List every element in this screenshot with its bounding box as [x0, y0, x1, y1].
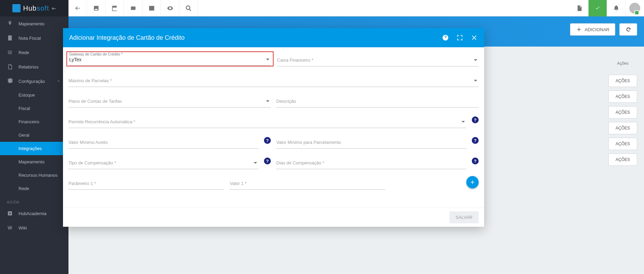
tipo-compensacao-select[interactable]: Tipo de Compensação *: [68, 155, 258, 169]
terminal-button[interactable]: [142, 0, 161, 16]
row-action-button[interactable]: AÇÕES: [608, 122, 637, 134]
sidebar-sub-geral[interactable]: Geral: [0, 128, 68, 142]
parametro-1-input[interactable]: Parâmetro 1 *: [68, 176, 224, 190]
valor-1-input[interactable]: Valor 1 *: [230, 176, 386, 190]
sidebar-item-label: Nota Fiscal: [18, 36, 41, 41]
receipt-icon: [7, 35, 13, 41]
field-label: Permite Recorrência Automática *: [68, 119, 466, 124]
modal-help-button[interactable]: [442, 34, 449, 41]
sidebar-item-nota-fiscal[interactable]: Nota Fiscal: [0, 31, 68, 45]
plus-icon: [576, 26, 582, 33]
video-icon: [7, 210, 13, 216]
topbar: [68, 0, 644, 16]
field-label: Parâmetro 1 *: [68, 181, 224, 186]
sidebar-item-label: Wiki: [18, 225, 27, 231]
status-button[interactable]: [589, 0, 607, 16]
collapse-icon[interactable]: ⇤: [52, 5, 56, 12]
calendar-icon: [111, 5, 118, 12]
sidebar-sub-rede[interactable]: Rede: [0, 182, 68, 195]
dias-compensacao-input[interactable]: Dias de Compensação *: [276, 155, 466, 169]
valor-minimo-parcelamento-input[interactable]: Valor Mínimo para Parcelamento: [276, 135, 466, 149]
user-avatar[interactable]: [626, 0, 644, 16]
valor-minimo-input[interactable]: Valor Mínimo Aceito: [68, 135, 258, 149]
sidebar-sub-mapeamento[interactable]: Mapeamento: [0, 155, 68, 169]
wiki-icon: [7, 225, 13, 231]
field-label: Descrição: [276, 99, 479, 104]
sidebar-item-relatorios[interactable]: Relatórios: [0, 60, 68, 74]
dropdown-icon: [266, 57, 269, 63]
save-button[interactable]: SALVAR: [450, 211, 479, 223]
sidebar-sub-fiscal[interactable]: Fiscal: [0, 102, 68, 115]
row-action-button[interactable]: AÇÕES: [608, 90, 637, 103]
modal-footer: SALVAR: [63, 208, 484, 227]
row-action-button[interactable]: AÇÕES: [608, 138, 637, 150]
search-button[interactable]: [179, 0, 198, 16]
back-button[interactable]: [68, 0, 87, 16]
sidebar-item-hubacademia[interactable]: HubAcademia: [0, 206, 68, 221]
max-parcelas-select[interactable]: Máximo de Parcelas *: [68, 73, 479, 87]
modal-header: Adicionar Integração de Cartão de Crédit…: [63, 28, 484, 47]
sidebar-sub-integracoes[interactable]: Integrações: [0, 142, 68, 155]
dropdown-icon: [254, 160, 257, 166]
field-label: Caixa Financeiro *: [277, 58, 479, 63]
logo-hub: Hub: [23, 4, 37, 12]
help-tooltip-button[interactable]: ?: [264, 158, 271, 164]
dropdown-icon: [474, 78, 477, 84]
field-label: Gateway de Cartão de Crédito *: [69, 52, 123, 56]
sidebar-item-rede[interactable]: Rede: [0, 45, 68, 60]
help-tooltip-button[interactable]: ?: [264, 137, 271, 144]
fullscreen-icon: [456, 34, 463, 41]
row-action-button[interactable]: AÇÕES: [608, 153, 637, 166]
table-header-acoes: Ações: [608, 61, 637, 66]
sidebar-item-wiki[interactable]: Wiki: [0, 221, 68, 235]
presence-badge: [634, 10, 639, 15]
sidebar-sub-estoque[interactable]: Estoque: [0, 88, 68, 102]
refresh-icon: [625, 26, 631, 33]
sidebar-item-label: Fiscal: [18, 106, 30, 111]
row-action-button[interactable]: AÇÕES: [608, 75, 637, 87]
sidebar-item-label: Financeiro: [18, 119, 39, 124]
marker-icon: [7, 21, 13, 27]
field-label: Valor 1 *: [230, 181, 386, 186]
caixa-financeiro-select[interactable]: Caixa Financeiro *: [277, 53, 479, 66]
sidebar-item-mapeamento[interactable]: Mapeamento: [0, 16, 68, 31]
pdf-button[interactable]: [570, 0, 589, 16]
modal-close-button[interactable]: [470, 34, 478, 41]
gear-icon: [7, 78, 13, 84]
sidebar-item-configuracao[interactable]: Configuração: [0, 74, 68, 88]
help-tooltip-button[interactable]: ?: [472, 158, 479, 164]
dropdown-icon: [266, 98, 269, 104]
check-icon: [594, 5, 601, 12]
plano-tarifas-select[interactable]: Plano de Contas de Tarifas: [68, 94, 271, 108]
visibility-button[interactable]: [161, 0, 179, 16]
network-icon: [7, 49, 13, 55]
sidebar-sub-financeiro[interactable]: Financeiro: [0, 115, 68, 128]
recorrencia-select[interactable]: Permite Recorrência Automática *: [68, 114, 466, 128]
sidebar-item-label: Geral: [18, 133, 29, 138]
help-tooltip-button[interactable]: ?: [472, 116, 479, 123]
sidebar-item-label: HubAcademia: [18, 211, 47, 216]
dropdown-icon: [462, 119, 465, 125]
logo[interactable]: Hubsoft ⇤: [0, 0, 68, 16]
notifications-button[interactable]: [607, 0, 626, 16]
field-label: Máximo de Parcelas *: [68, 78, 479, 83]
refresh-button[interactable]: [619, 23, 637, 36]
modal-fullscreen-button[interactable]: [456, 34, 464, 41]
field-label: Tipo de Compensação *: [68, 160, 258, 165]
sidebar-sub-recursos-humanos[interactable]: Recursos Humanos: [0, 169, 68, 182]
report-icon: [7, 64, 13, 70]
gateway-select[interactable]: Gateway de Cartão de Crédito * LyTex: [69, 52, 271, 66]
add-parameter-button[interactable]: [466, 176, 479, 188]
sidebar: Hubsoft ⇤ Mapeamento Nota Fiscal Rede Re…: [0, 0, 68, 274]
add-button[interactable]: ADICIONAR: [570, 23, 615, 36]
contact-button[interactable]: [87, 0, 105, 16]
row-action-button[interactable]: AÇÕES: [608, 106, 637, 119]
sidebar-item-label: Mapeamento: [18, 159, 45, 164]
money-button[interactable]: [124, 0, 142, 16]
field-label: Plano de Contas de Tarifas: [68, 99, 271, 104]
field-label: Valor Mínimo para Parcelamento: [276, 140, 466, 145]
calendar-button[interactable]: [105, 0, 124, 16]
arrow-left-icon: [74, 5, 81, 12]
descricao-input[interactable]: Descrição: [276, 94, 479, 108]
help-tooltip-button[interactable]: ?: [472, 137, 479, 144]
